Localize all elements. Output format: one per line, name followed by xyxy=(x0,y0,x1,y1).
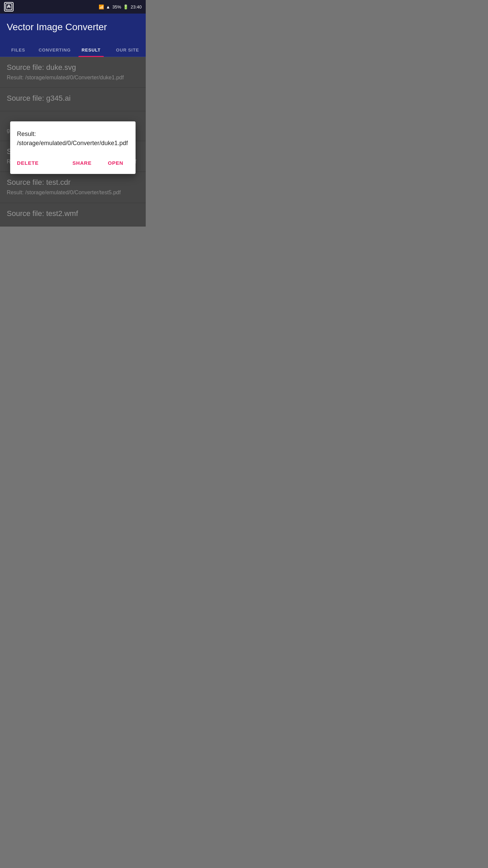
battery-icon: 🔋 xyxy=(123,4,128,9)
status-bar-left xyxy=(4,2,14,12)
tab-bar: FILES CONVERTING RESULT OUR SITE xyxy=(0,43,146,57)
tab-our-site[interactable]: OUR SITE xyxy=(109,43,146,57)
share-button[interactable]: SHARE xyxy=(73,157,97,169)
app-header: Vector Image Converter xyxy=(0,14,146,43)
wifi-icon: 📶 xyxy=(99,4,104,9)
signal-icon: ▲ xyxy=(106,4,110,9)
dialog-result-text: Result: /storage/emulated/0/Converter/du… xyxy=(17,130,129,148)
dialog-right-buttons: SHARE OPEN xyxy=(73,157,129,169)
tab-converting[interactable]: CONVERTING xyxy=(37,43,73,57)
app-title: Vector Image Converter xyxy=(7,22,139,33)
delete-button[interactable]: DELETE xyxy=(17,157,44,169)
dialog-actions: DELETE SHARE OPEN xyxy=(17,157,129,169)
open-button[interactable]: OPEN xyxy=(108,157,129,169)
battery-percentage: 35% xyxy=(112,4,121,9)
tab-files[interactable]: FILES xyxy=(0,43,37,57)
app-icon xyxy=(4,2,14,12)
result-dialog: Result: /storage/emulated/0/Converter/du… xyxy=(10,121,136,174)
tab-result[interactable]: RESULT xyxy=(73,43,109,57)
status-bar-right: 📶 ▲ 35% 🔋 23:40 xyxy=(99,4,142,9)
status-bar: 📶 ▲ 35% 🔋 23:40 xyxy=(0,0,146,14)
content-area: Source file: duke.svg Result: /storage/e… xyxy=(0,57,146,226)
time-display: 23:40 xyxy=(130,4,142,9)
